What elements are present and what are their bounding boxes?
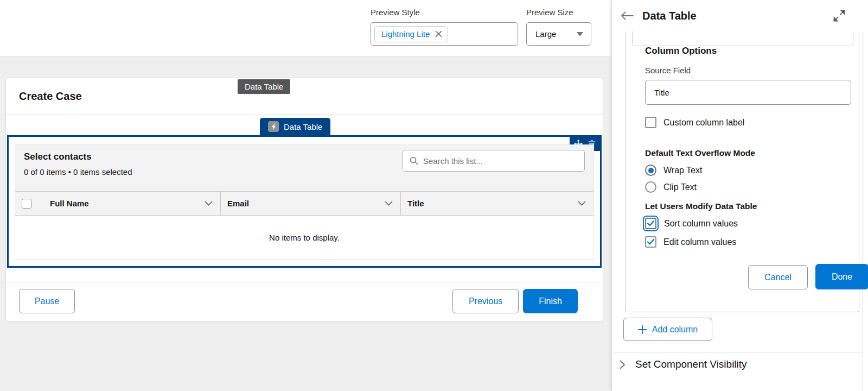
column-header-label: Title (407, 199, 424, 208)
sort-column-option[interactable]: Sort column values (645, 216, 738, 231)
chevron-down-icon (578, 201, 586, 206)
preview-toolbar: Preview Style Lightning Lite Preview Siz… (0, 0, 611, 57)
visibility-section-label: Set Component Visibility (635, 358, 747, 370)
edit-column-label: Edit column values (663, 237, 736, 247)
preview-size-select[interactable]: Large (526, 22, 591, 46)
preview-style-pill: Lightning Lite (374, 26, 448, 42)
back-arrow-icon[interactable] (621, 11, 634, 20)
component-tooltip: Data Table (238, 79, 290, 94)
select-all-cell (15, 192, 43, 215)
column-editor-card: Title Column Options Source Field Custom… (625, 31, 859, 312)
column-header-email[interactable]: Email (220, 192, 400, 215)
column-header-title[interactable]: Title (400, 192, 593, 215)
column-options-heading: Column Options (645, 46, 717, 56)
finish-button[interactable]: Finish (523, 289, 578, 313)
sort-column-checkbox[interactable] (645, 218, 656, 229)
overflow-heading: Default Text Overflow Mode (645, 148, 755, 158)
screen-preview-canvas: Create Case Data Table Data Table (0, 57, 611, 391)
select-all-checkbox[interactable] (22, 199, 31, 209)
preview-style-label: Preview Style (371, 8, 518, 17)
wrap-text-option[interactable]: Wrap Text (645, 165, 702, 176)
wrap-text-radio[interactable] (645, 165, 656, 176)
panel-title: Data Table (642, 10, 697, 22)
panel-body: Title Column Options Source Field Custom… (612, 31, 868, 391)
panel-header: Data Table (612, 0, 868, 31)
custom-label-text: Custom column label (663, 118, 744, 128)
source-field-input[interactable] (645, 80, 851, 105)
source-field-label: Source Field (645, 66, 691, 75)
edit-column-checkbox[interactable] (645, 236, 656, 248)
sort-column-label: Sort column values (664, 219, 738, 229)
screen-title: Create Case (19, 90, 82, 103)
preview-style-pill-label: Lightning Lite (381, 29, 430, 39)
previous-button[interactable]: Previous (452, 289, 519, 313)
chevron-down-icon (385, 201, 393, 206)
chevron-right-icon (620, 360, 626, 369)
add-column-label: Add column (652, 325, 698, 335)
custom-label-checkbox[interactable] (645, 117, 656, 128)
chevron-down-icon (205, 201, 213, 206)
check-icon (647, 239, 654, 245)
check-icon (647, 220, 654, 226)
clip-text-radio[interactable] (645, 181, 656, 193)
search-input[interactable] (423, 156, 578, 166)
expand-panel-icon[interactable] (833, 10, 845, 22)
selected-component[interactable]: Select contacts 0 of 0 items • 0 items s… (7, 135, 602, 268)
preview-style-combobox[interactable]: Lightning Lite (371, 22, 518, 46)
column-header-label: Full Name (50, 199, 89, 208)
cancel-button[interactable]: Cancel (748, 265, 808, 289)
preview-style-group: Preview Style Lightning Lite (371, 8, 518, 46)
plus-icon (638, 325, 647, 334)
flow-screen-editor: Preview Style Lightning Lite Preview Siz… (0, 0, 868, 391)
column-header-full-name[interactable]: Full Name (43, 192, 220, 215)
column-header-label: Email (227, 199, 249, 208)
clip-text-option[interactable]: Clip Text (645, 181, 697, 193)
clip-text-label: Clip Text (663, 182, 697, 192)
screen-card: Create Case Data Table Data Table (5, 78, 603, 321)
pause-button[interactable]: Pause (19, 289, 75, 313)
done-button[interactable]: Done (815, 264, 868, 289)
edit-column-option[interactable]: Edit column values (645, 236, 736, 248)
divider (6, 115, 603, 115)
wrap-text-label: Wrap Text (663, 166, 702, 175)
contacts-data-table: Select contacts 0 of 0 items • 0 items s… (15, 144, 594, 260)
list-header: Select contacts 0 of 0 items • 0 items s… (15, 145, 593, 191)
custom-label-option[interactable]: Custom column label (645, 117, 744, 128)
preview-size-label: Preview Size (526, 8, 591, 17)
dropdown-triangle-icon (577, 32, 583, 36)
list-search (403, 150, 585, 172)
modify-heading: Let Users Modify Data Table (645, 201, 757, 211)
preview-size-group: Preview Size Large (526, 8, 591, 46)
data-table-component-tab[interactable]: Data Table (260, 118, 330, 135)
scrollbar-track[interactable] (862, 31, 863, 391)
set-component-visibility-section[interactable]: Set Component Visibility (620, 358, 747, 370)
close-icon[interactable] (435, 30, 442, 37)
table-header-row: Full Name Email Title (15, 191, 593, 216)
search-icon (410, 156, 418, 165)
preview-size-value: Large (535, 29, 556, 39)
focus-ring (643, 216, 659, 231)
scrolled-column-row[interactable]: Title (632, 31, 853, 46)
lightning-component-icon (268, 121, 279, 132)
data-table-config-panel: Data Table Title (611, 0, 868, 391)
data-table-tab-label: Data Table (284, 122, 322, 131)
divider (614, 352, 863, 352)
divider (6, 282, 603, 282)
add-column-button[interactable]: Add column (623, 318, 712, 341)
empty-state-text: No items to display. (15, 216, 593, 259)
